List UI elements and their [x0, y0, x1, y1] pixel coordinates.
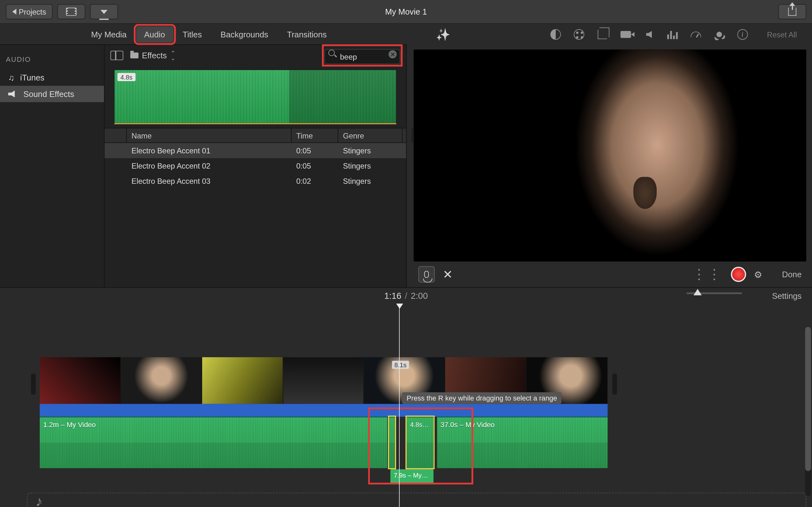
- background-music-well[interactable]: ♪: [27, 493, 806, 507]
- tab-titles[interactable]: Titles: [173, 24, 211, 44]
- sound-icon: [8, 91, 17, 98]
- audio-preview-waveform[interactable]: 4.8s: [114, 69, 397, 124]
- sidebar-item-sound-effects[interactable]: Sound Effects: [0, 86, 104, 102]
- tab-backgrounds[interactable]: Backgrounds: [211, 24, 277, 44]
- chevron-left-icon: [12, 9, 16, 14]
- col-genre[interactable]: Genre: [339, 128, 403, 142]
- share-icon: [788, 8, 797, 16]
- video-thumbnail[interactable]: [202, 357, 283, 404]
- timeline-settings-button[interactable]: Settings: [772, 291, 802, 300]
- audio-clip-label: 1.2m – My Video: [43, 421, 96, 429]
- audio-clip-selected[interactable]: 4.8s…: [407, 417, 434, 468]
- preview-toolbar: ✨ i Reset All: [407, 24, 812, 45]
- clip-duration-badge: 8.1s: [392, 360, 409, 369]
- music-note-icon: ♫: [8, 73, 14, 82]
- audio-clip-selected[interactable]: [389, 417, 395, 468]
- audio-sidebar: AUDIO ♫ iTunes Sound Effects: [0, 45, 105, 287]
- secondary-audio-clip[interactable]: 7.9s – My…: [390, 469, 433, 483]
- voiceover-mic-button[interactable]: [418, 266, 435, 283]
- color-balance-icon[interactable]: [550, 29, 561, 40]
- cancel-voiceover-icon[interactable]: ✕: [443, 268, 453, 281]
- back-label: Projects: [19, 7, 46, 16]
- voiceover-options-icon[interactable]: ⚙: [754, 269, 762, 280]
- audio-clip-label: 37.0s – My Video: [441, 421, 495, 429]
- video-frame-image: [414, 50, 806, 262]
- tab-my-media[interactable]: My Media: [82, 24, 136, 44]
- cell-genre: Stingers: [339, 146, 403, 155]
- col-time[interactable]: Time: [292, 128, 338, 142]
- film-icon: [66, 8, 77, 16]
- vertical-scrollbar[interactable]: [805, 327, 811, 496]
- audio-clip[interactable]: 1.2m – My Video: [40, 417, 387, 468]
- audio-browser: Effects ⌃⌄ ✕ 4.8s Name Time Genre: [105, 45, 407, 287]
- layout-toggle-icon[interactable]: [110, 51, 123, 60]
- time-separator: /: [405, 291, 407, 300]
- folder-icon: [131, 53, 139, 58]
- color-correction-icon[interactable]: [573, 29, 585, 40]
- sidebar-item-label: Sound Effects: [23, 89, 74, 99]
- table-row[interactable]: Electro Beep Accent 03 0:02 Stingers: [105, 173, 406, 188]
- noise-eq-icon[interactable]: [666, 29, 678, 40]
- audio-clip-label: 7.9s – My…: [390, 469, 433, 481]
- share-button[interactable]: [778, 4, 806, 19]
- download-icon: [101, 9, 107, 14]
- timeline-info-bar: 1:16 / 2:00 Settings: [0, 287, 812, 303]
- volume-icon[interactable]: [643, 29, 655, 40]
- info-icon[interactable]: i: [737, 29, 748, 40]
- video-viewer[interactable]: [414, 50, 806, 262]
- folder-selector[interactable]: Effects ⌃⌄: [131, 51, 176, 60]
- crop-icon[interactable]: [596, 29, 608, 40]
- zoom-slider[interactable]: [687, 292, 742, 294]
- folder-name: Effects: [142, 51, 167, 60]
- total-duration: 2:00: [411, 291, 428, 300]
- cell-name: Electro Beep Accent 02: [127, 161, 292, 170]
- clip-trim-handle-right[interactable]: [612, 374, 617, 395]
- project-title: My Movie 1: [0, 7, 812, 16]
- chevron-updown-icon: ⌃⌄: [170, 51, 176, 60]
- voiceover-bar: ✕ ⋮⋮ ⚙ Done: [414, 262, 806, 287]
- clear-search-icon[interactable]: ✕: [389, 50, 397, 58]
- stabilization-icon[interactable]: [620, 29, 631, 40]
- back-projects-button[interactable]: Projects: [6, 4, 52, 19]
- cell-time: 0:02: [292, 176, 338, 185]
- tab-transitions[interactable]: Transitions: [277, 24, 336, 44]
- table-header: Name Time Genre: [105, 128, 406, 143]
- search-field-wrap: ✕: [324, 47, 400, 64]
- playhead-time: 1:16: [384, 291, 401, 300]
- sidebar-item-itunes[interactable]: ♫ iTunes: [0, 69, 104, 86]
- table-row[interactable]: Electro Beep Accent 02 0:05 Stingers: [105, 158, 406, 173]
- timeline[interactable]: 8.1s Press the R key while dragging to s…: [0, 303, 812, 507]
- cell-genre: Stingers: [339, 176, 403, 185]
- audio-clip[interactable]: 37.0s – My Video: [437, 417, 608, 468]
- mic-icon: [424, 271, 429, 278]
- video-title-bar[interactable]: [40, 404, 607, 417]
- search-icon: [328, 49, 335, 56]
- video-thumbnail[interactable]: [40, 357, 121, 404]
- effects-icon[interactable]: [713, 29, 725, 40]
- audio-clip-label: 4.8s…: [410, 421, 429, 428]
- preview-duration-badge: 4.8s: [117, 73, 136, 81]
- sidebar-item-label: iTunes: [20, 73, 44, 82]
- download-button[interactable]: [90, 4, 118, 19]
- video-thumbnail[interactable]: [283, 357, 364, 404]
- media-import-button[interactable]: [57, 4, 85, 19]
- clip-trim-handle-left[interactable]: [31, 374, 36, 395]
- video-thumbnail[interactable]: [121, 357, 202, 404]
- reset-all-button[interactable]: Reset All: [767, 30, 797, 39]
- cell-time: 0:05: [292, 146, 338, 155]
- table-row[interactable]: Electro Beep Accent 01 0:05 Stingers: [105, 143, 406, 158]
- record-button[interactable]: [730, 267, 746, 282]
- done-button[interactable]: Done: [782, 270, 802, 279]
- preview-pane: ✕ ⋮⋮ ⚙ Done: [407, 45, 812, 287]
- audio-results-table: Name Time Genre Electro Beep Accent 01 0…: [105, 128, 406, 287]
- cell-name: Electro Beep Accent 01: [127, 146, 292, 155]
- range-select-tooltip: Press the R key while dragging to select…: [402, 392, 562, 404]
- col-name[interactable]: Name: [127, 128, 292, 142]
- tab-audio[interactable]: Audio: [136, 26, 173, 43]
- media-tabs: My Media Audio Titles Backgrounds Transi…: [0, 24, 407, 45]
- video-track[interactable]: 8.1s Press the R key while dragging to s…: [40, 357, 607, 404]
- magic-wand-icon[interactable]: ✨: [436, 27, 450, 42]
- speed-icon[interactable]: [690, 29, 702, 40]
- playhead[interactable]: [399, 303, 400, 507]
- cell-genre: Stingers: [339, 161, 403, 170]
